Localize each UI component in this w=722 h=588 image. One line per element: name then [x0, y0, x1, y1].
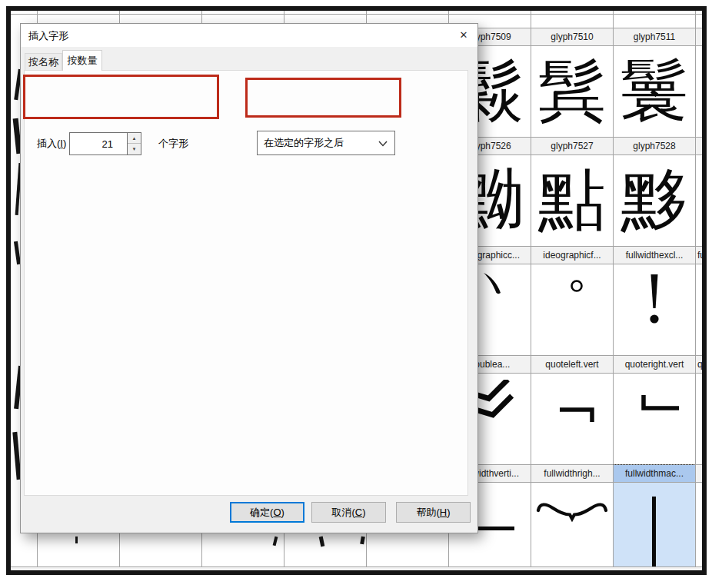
- glyph-cell[interactable]: quoteright.vert: [613, 355, 696, 464]
- glyph-image: 鬂: [531, 46, 614, 137]
- vertical-bar-glyph: [652, 497, 656, 572]
- partial-glyph-fragment: [319, 537, 325, 547]
- glyph-cell[interactable]: glyph7511 鬟: [613, 28, 696, 137]
- glyph-cell[interactable]: [695, 28, 707, 137]
- glyph-cell-label: [695, 28, 707, 46]
- insert-count-label: 插入(I): [37, 137, 66, 151]
- insert-glyphs-dialog: 插入字形 ✕ 按名称 按数量 插入(I) ▲ ▼ 个字形 在选定的字形之后: [20, 23, 478, 533]
- tab-by-count[interactable]: 按数量: [62, 50, 102, 71]
- glyph-cell-label: fullwidthexcl...: [613, 246, 696, 264]
- screenshot-frame: glyph7509 鬏 glyph7510 鬂 glyph7511 鬟 glyp…: [6, 6, 707, 575]
- glyph-cell[interactable]: glyph7527 點: [531, 137, 614, 246]
- insert-count-stepper: ▲ ▼: [127, 132, 141, 155]
- glyph-cell[interactable]: [695, 464, 707, 573]
- glyph-cell-label: glyph7511: [613, 28, 696, 46]
- glyph-cell-label: fullwidthrigh...: [531, 464, 614, 483]
- glyph-cell-label: qu: [695, 355, 707, 374]
- partial-glyph-fragment: [360, 537, 365, 545]
- glyph-cell-label: glyph7527: [531, 137, 614, 155]
- glyph-cell[interactable]: ideographicf...: [531, 246, 614, 355]
- glyph-cell-label: glyph7510: [531, 28, 614, 46]
- glyph-cell-label: quoteleft.vert: [531, 355, 614, 374]
- dialog-titlebar[interactable]: 插入字形 ✕: [21, 24, 477, 47]
- spinner-up-button[interactable]: ▲: [128, 133, 141, 144]
- glyph-cell-label: quoteright.vert: [613, 355, 696, 374]
- glyph-cell[interactable]: fu: [695, 246, 707, 355]
- glyph-cell-label: glyph7528: [613, 137, 696, 155]
- fullwidth-exclam-icon: [648, 274, 660, 327]
- ideographic-fullstop-icon: [570, 279, 584, 293]
- partial-glyph-fragment: [75, 537, 78, 543]
- glyph-cell[interactable]: [695, 137, 707, 246]
- glyph-cell-label: fullwidthmac...: [613, 464, 696, 483]
- tab-page-by-count: 插入(I) ▲ ▼ 个字形 在选定的字形之后: [24, 70, 468, 496]
- insert-count-input[interactable]: [69, 132, 128, 155]
- cancel-button[interactable]: 取消(C): [311, 502, 386, 523]
- glyph-cell-label: fu: [695, 246, 707, 264]
- glyph-cell[interactable]: glyph7528 黟: [613, 137, 696, 246]
- quoteleft-vert-icon: [560, 407, 595, 423]
- ok-button[interactable]: 确定(O): [230, 502, 304, 523]
- quoteright-vert-icon: [641, 395, 680, 412]
- close-button[interactable]: ✕: [454, 27, 473, 44]
- glyph-image: 點: [531, 155, 614, 246]
- grid-line: [613, 11, 614, 570]
- glyph-cell-label: ideographicf...: [531, 246, 614, 264]
- glyph-image: 黟: [613, 155, 696, 246]
- grid-next-row-sliver: [11, 566, 702, 571]
- curly-brace-vert-icon: [536, 500, 608, 522]
- glyph-cell-selected[interactable]: fullwidthmac...: [613, 464, 696, 573]
- grid-line: [531, 11, 531, 570]
- insert-position-value: 在选定的字形之后: [264, 137, 344, 148]
- chevron-down-icon: [378, 141, 388, 147]
- tab-by-name[interactable]: 按名称: [25, 53, 62, 70]
- close-icon: ✕: [460, 29, 468, 41]
- glyph-cell-label: [695, 464, 707, 483]
- spinner-down-icon: ▼: [132, 147, 137, 151]
- glyph-image: 鬟: [613, 46, 696, 137]
- glyph-cell[interactable]: quoteleft.vert: [531, 355, 614, 464]
- glyph-cell[interactable]: glyph7510 鬂: [531, 28, 614, 137]
- spinner-up-icon: ▲: [132, 136, 137, 141]
- grid-line: [11, 14, 702, 15]
- glyph-cell[interactable]: qu: [695, 355, 707, 464]
- dialog-title: 插入字形: [28, 29, 68, 43]
- glyph-cell[interactable]: fullwidthexcl...: [613, 246, 696, 355]
- help-button[interactable]: 帮助(H): [396, 502, 471, 523]
- glyph-unit-label: 个字形: [158, 137, 188, 151]
- insert-position-select[interactable]: 在选定的字形之后: [257, 131, 395, 155]
- glyph-cell-label: [695, 137, 707, 155]
- partial-glyph-fragment: [273, 537, 278, 546]
- glyph-cell[interactable]: fullwidthrigh...: [531, 464, 614, 573]
- grid-line: [695, 11, 696, 570]
- spinner-down-button[interactable]: ▼: [128, 144, 141, 154]
- ideographic-comma-icon: [483, 272, 503, 295]
